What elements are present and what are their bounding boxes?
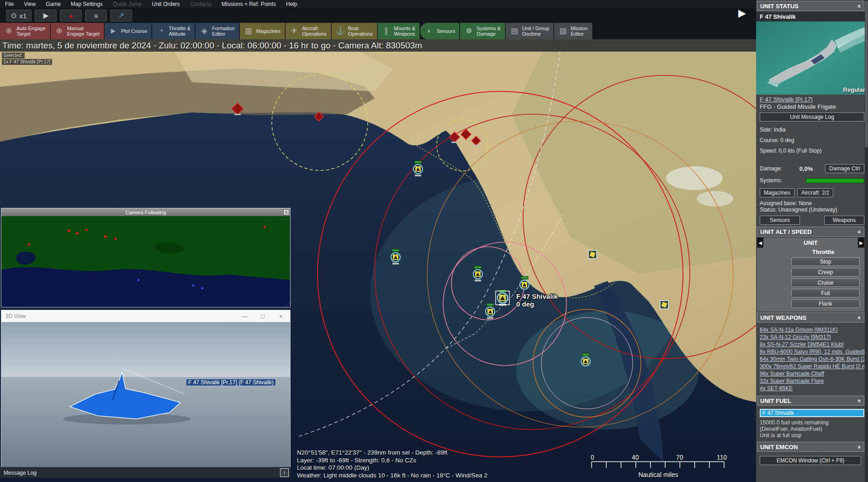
record-icon: ● xyxy=(69,12,73,20)
menu-contacts: Contacts xyxy=(185,0,217,8)
weapon-link[interactable]: 32x Super Barricade Flare xyxy=(760,377,864,385)
mission-editor-button[interactable]: ▨ Mission Editor xyxy=(554,23,592,39)
menu-view[interactable]: View xyxy=(19,0,41,8)
close-icon[interactable]: × xyxy=(272,313,290,320)
menu-unit-orders[interactable]: Unit Orders xyxy=(147,0,185,8)
sensors-button[interactable]: ◗ Sensors xyxy=(420,23,460,39)
camera-minimap[interactable] xyxy=(1,216,290,307)
unit-fuel-header[interactable]: UNIT FUEL « xyxy=(757,396,864,406)
tactical-map[interactable]: F 47 Shivalik 0 deg File View Game Map S… xyxy=(0,0,756,482)
mounts-icon: ∥ xyxy=(382,28,391,34)
collapse-icon[interactable]: « xyxy=(856,4,863,7)
sidebar-expand-icon[interactable]: ▶ xyxy=(738,7,746,19)
unit-photo: Regular xyxy=(756,21,868,95)
friendly-facility-icon[interactable] xyxy=(660,301,668,309)
formation-editor-button[interactable]: ◈ Formation Editor xyxy=(196,23,239,39)
jump-to-button[interactable]: ↗ xyxy=(110,10,132,21)
time-compression-button[interactable]: ⊙ x1 xyxy=(6,10,32,21)
magazines-panel-button[interactable]: Magazines xyxy=(760,188,794,197)
throttle-creep-button[interactable]: Creep xyxy=(791,268,860,276)
menu-file[interactable]: File xyxy=(0,0,19,8)
unit-emcon-header[interactable]: UNIT EMCON « xyxy=(757,442,864,452)
throttle-stop-button[interactable]: Stop xyxy=(791,257,860,266)
weapon-link[interactable]: 300x 76mm/62 Super Rapido HE Burst [2 m xyxy=(760,363,864,370)
weapon-link[interactable]: 64x SA-N-11a Grisom [9M311K] xyxy=(760,326,864,334)
damage-label: Damage: xyxy=(760,165,782,172)
camera-following-window[interactable]: Camera Following X ⋰ xyxy=(1,208,291,307)
weapon-link[interactable]: 8x SS-N-27 Sizzler [3M54E1 Klub] xyxy=(760,341,864,348)
resize-grip-icon[interactable]: ⋰ xyxy=(286,302,290,307)
map-layers-button[interactable]: ≡ xyxy=(85,10,107,21)
play-button[interactable]: ▶ xyxy=(35,10,57,21)
damage-ctrl-button[interactable]: Damage Ctrl xyxy=(825,164,864,173)
record-button[interactable]: ● xyxy=(60,10,82,21)
collapse-icon[interactable]: « xyxy=(856,445,863,448)
magazine-row: Magazines Aircraft: 2/2 xyxy=(756,188,868,197)
menu-map-settings[interactable]: Map Settings xyxy=(66,0,108,8)
expand-log-button[interactable]: ↑ xyxy=(280,468,289,477)
camera-window-titlebar[interactable]: Camera Following X xyxy=(1,208,290,216)
auto-engage-target-button[interactable]: ⊕ Auto Engage Target xyxy=(0,23,50,39)
close-icon[interactable]: X xyxy=(283,209,289,215)
friendly-unit-icon[interactable] xyxy=(520,276,529,289)
menu-help[interactable]: Help xyxy=(281,0,302,8)
next-arrow-icon[interactable]: ▶ xyxy=(858,238,864,248)
throttle-cruise-button[interactable]: Cruise xyxy=(791,278,860,287)
throttle-full-button[interactable]: Full xyxy=(791,289,860,297)
minimize-icon[interactable]: — xyxy=(235,313,254,320)
proficiency-badge: Regular xyxy=(843,86,865,93)
engage-icon: ⊕ xyxy=(55,28,64,34)
3d-view-titlebar[interactable]: 3D View — □ × xyxy=(1,310,290,322)
unit-alt-speed-header[interactable]: UNIT ALT / SPEED « xyxy=(757,227,864,237)
damage-row: Damage: 0,0% Damage Ctrl xyxy=(756,164,868,173)
magazines-button[interactable]: ▥ Magazines xyxy=(240,23,285,39)
collapse-icon[interactable]: « xyxy=(856,316,863,319)
emcon-window-button[interactable]: EMCON Window (Ctrl + F9) xyxy=(760,456,861,465)
unit-db-link[interactable]: F 47 Shivalik [Pr.17] xyxy=(760,96,864,103)
aircraft-panel-button[interactable]: Aircraft: 2/2 xyxy=(797,188,833,197)
unit-group-doctrine-button[interactable]: ▤ Unit / Group Doctrine xyxy=(506,23,554,39)
scale-tick: 40 xyxy=(632,454,639,461)
menu-game[interactable]: Game xyxy=(41,0,66,8)
camera-window-title: Camera Following xyxy=(126,210,166,215)
weapon-link[interactable]: 23x SA-N-12 Grizzly [9M317] xyxy=(760,334,864,341)
boat-operations-button[interactable]: ⚓ Boat Operations xyxy=(332,23,377,39)
menu-missions-ref-points[interactable]: Missions + Ref. Points xyxy=(217,0,281,8)
maximize-icon[interactable]: □ xyxy=(254,313,272,320)
systems-damage-button[interactable]: ☸ Systems & Damage xyxy=(460,23,505,39)
unit-status-header[interactable]: UNIT STATUS « xyxy=(757,1,864,11)
sidebar-scrollbar[interactable] xyxy=(865,0,868,482)
unit-weapons-header[interactable]: UNIT WEAPONS « xyxy=(757,313,864,323)
weapons-panel-button[interactable]: Weapons xyxy=(824,216,864,225)
scale-tick: 70 xyxy=(676,454,683,461)
message-log-bar[interactable]: Message Log ↑ xyxy=(0,467,291,478)
collapse-icon[interactable]: « xyxy=(856,399,863,402)
aircraft-operations-button[interactable]: ✈ Aircraft Operations xyxy=(286,23,331,39)
prev-arrow-icon[interactable]: ◀ xyxy=(757,238,763,248)
time-bar: Time: martes, 5 de noviembre de 2024 - Z… xyxy=(0,39,756,52)
unit-type: FFG - Guided Missile Frigate xyxy=(760,103,864,110)
throttle-flank-button[interactable]: Flank xyxy=(791,299,860,308)
plot-course-button[interactable]: ► Plot Course xyxy=(105,23,152,39)
friendly-facility-icon[interactable] xyxy=(588,250,597,259)
collapse-icon[interactable]: « xyxy=(856,230,863,233)
damage-value: 0,0% xyxy=(799,165,813,172)
weapon-link[interactable]: 64x 30mm Twin Gatling Gsh-6-30K Burst [3 xyxy=(760,355,864,363)
friendly-unit-icon[interactable] xyxy=(581,353,590,366)
map-unit-name: F 47 Shivalik xyxy=(516,292,558,300)
throttle-altitude-button[interactable]: ◔ Throttle & Altitude xyxy=(152,23,195,39)
quick-bar: ⊙ x1 ▶ ● ≡ ↗ xyxy=(0,8,756,23)
3d-view-window[interactable]: 3D View — □ × xyxy=(1,310,291,467)
weapon-link[interactable]: 4x SET-65KE xyxy=(760,385,864,392)
weapon-link[interactable]: 96x Super Barricade Chaff xyxy=(760,370,864,377)
sensors-panel-button[interactable]: Sensors xyxy=(760,216,800,225)
weapon-link[interactable]: 6x RBU-6000 Salvo [R90, 12 rnds, Guided] xyxy=(760,348,864,355)
sensors-weapons-row: Sensors Weapons xyxy=(756,216,868,225)
unit-message-log-button[interactable]: Unit Message Log xyxy=(760,112,864,122)
boat-icon: ⚓ xyxy=(336,28,345,34)
3d-scene[interactable] xyxy=(1,322,290,467)
mounts-weapons-button[interactable]: ∥ Mounts & Weapons xyxy=(378,23,420,39)
scale-tick-labels: 0 40 70 110 xyxy=(591,454,726,461)
manual-engage-target-button[interactable]: ⊕ Manual Engage Target xyxy=(51,23,104,39)
fuel-selected-unit[interactable]: F 47 Shivalik xyxy=(760,409,864,417)
